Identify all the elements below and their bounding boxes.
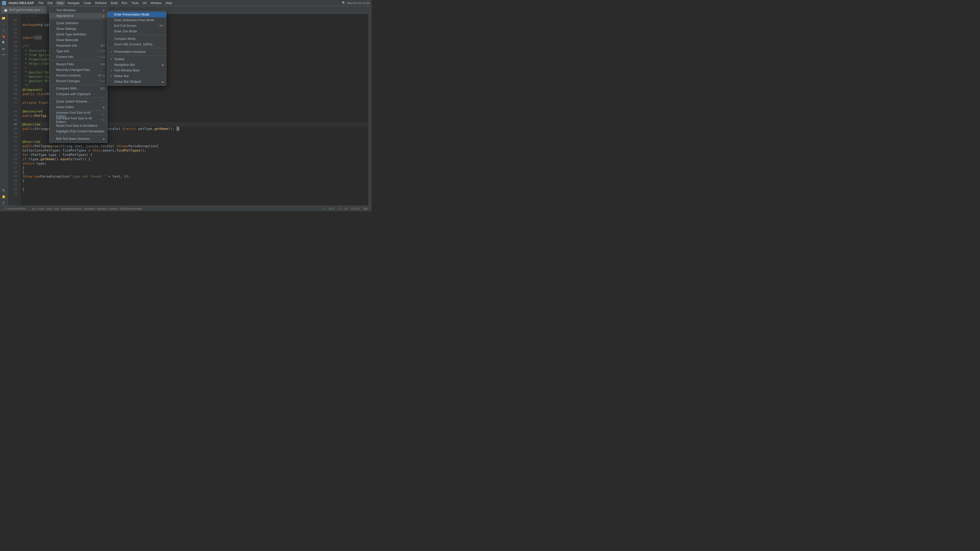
gutter-line: 49 bbox=[8, 131, 19, 135]
menu-item-context-info[interactable]: Context Info ⌃⌥Q bbox=[49, 54, 107, 60]
menu-help[interactable]: Help bbox=[164, 1, 173, 5]
gutter-line bbox=[8, 14, 19, 18]
statusbar-warnings[interactable]: ⚠ bbox=[321, 207, 326, 210]
menu-item-recently-changed-files[interactable]: Recently Changed Files bbox=[49, 67, 107, 73]
statusbar-indent[interactable]: Tab* bbox=[362, 207, 369, 210]
menu-item-compare-with[interactable]: Compare With... ⌘D bbox=[49, 86, 107, 91]
menu-item-compare-clipboard[interactable]: Compare with Clipboard bbox=[49, 91, 107, 97]
menu-separator bbox=[49, 135, 107, 135]
menu-item-quick-switch-scheme[interactable]: Quick Switch Scheme... ⌃` bbox=[49, 99, 107, 104]
gutter-line: 38 bbox=[8, 83, 19, 87]
menu-item-reset-font[interactable]: Reset Font Size in All Editors bbox=[49, 123, 107, 129]
sidebar-icon-notifications[interactable]: 🔔 bbox=[1, 194, 6, 200]
gutter-line: 51 bbox=[8, 140, 19, 144]
menu-item-enter-distraction-free[interactable]: Enter Distraction Free Mode bbox=[107, 17, 166, 23]
menu-item-parameter-info[interactable]: Parameter Info ⌘P bbox=[49, 43, 107, 48]
code-line: throw new ParseException("type not found… bbox=[21, 174, 369, 179]
file-icon: ☕ bbox=[4, 8, 8, 12]
code-line: Collection<PetType> findPetTypes = this.… bbox=[21, 148, 369, 152]
gutter-line: 54 bbox=[8, 152, 19, 157]
statusbar-position[interactable]: 16:1 bbox=[328, 207, 335, 210]
menubar-right: 🔍 Wed 23 Oct 11:54 bbox=[342, 1, 369, 5]
code-line: } bbox=[21, 179, 369, 183]
sidebar-icon-vcs[interactable]: ↓ bbox=[1, 21, 6, 27]
sidebar-icon-folder[interactable]: 📂 bbox=[1, 15, 6, 21]
gutter-line: 56 bbox=[8, 161, 19, 165]
menu-view[interactable]: View bbox=[56, 1, 65, 5]
gutter-line: 17 bbox=[8, 22, 19, 27]
gutter-line: 55 bbox=[8, 157, 19, 161]
sidebar-icon-run[interactable]: ▶ bbox=[1, 46, 6, 52]
statusbar-git-branch[interactable]: ⎇ spring-petclinic bbox=[2, 207, 27, 210]
appearance-menu[interactable]: Enter Presentation Mode Enter Distractio… bbox=[107, 11, 166, 86]
menu-item-zoom-ide[interactable]: Zoom IDE (Current: 100%)... bbox=[107, 41, 166, 47]
menu-item-toolbar[interactable]: ✓ Toolbar bbox=[107, 56, 166, 62]
file-tab[interactable]: ☕ PetTypeFormatter.java ✕ bbox=[1, 6, 46, 13]
menu-separator bbox=[49, 19, 107, 20]
gutter-line: 60 bbox=[8, 179, 19, 183]
menu-item-presentation-assistant[interactable]: ✓ Presentation Assistant bbox=[107, 49, 166, 55]
menu-item-recent-files[interactable]: Recent Files ⌘E bbox=[49, 62, 107, 67]
code-line: } bbox=[21, 170, 369, 174]
statusbar-git-indicator[interactable]: ⎇ bbox=[337, 207, 342, 210]
menu-run[interactable]: Run bbox=[120, 1, 129, 5]
gutter-line: 57 bbox=[8, 165, 19, 170]
menu-refactor[interactable]: Refactor bbox=[94, 1, 108, 5]
menu-item-type-info[interactable]: Type Info ⌃⌥P bbox=[49, 48, 107, 54]
gutter-line: 59 bbox=[8, 174, 19, 179]
menu-item-decrease-font[interactable]: Decrease Font Size in All Editors ⌃⇧, bbox=[49, 118, 107, 123]
menu-item-tool-window-bars[interactable]: ✓ Tool Window Bars bbox=[107, 68, 166, 73]
left-sidebar: 📂 ↓ ≡ 🔖 🔍 ▶ ••• 🔌 🔔 ⚙ bbox=[0, 14, 8, 206]
menu-item-enter-zen[interactable]: Enter Zen Mode bbox=[107, 29, 166, 34]
menu-item-enter-presentation[interactable]: Enter Presentation Mode bbox=[107, 12, 166, 17]
menu-item-appearance[interactable]: Appearance ▶ bbox=[49, 13, 107, 19]
sidebar-icon-plugins[interactable]: 🔌 bbox=[1, 188, 6, 193]
statusbar-encoding[interactable]: UTF-8 bbox=[350, 207, 360, 210]
menu-item-navigation-bar[interactable]: Navigation Bar ▶ bbox=[107, 62, 166, 68]
menu-item-show-bytecode[interactable]: Show Bytecode bbox=[49, 37, 107, 43]
menu-git[interactable]: Git bbox=[141, 1, 148, 5]
gutter-line: 28 bbox=[8, 40, 19, 44]
gutter-line: 26 bbox=[8, 31, 19, 35]
line-numbers-gutter: 16 17 18 26 27 28 29 30 31 32 33 34 35 3… bbox=[8, 14, 21, 206]
menu-navigate[interactable]: Navigate bbox=[66, 1, 81, 5]
menu-code[interactable]: Code bbox=[82, 1, 93, 5]
statusbar-breadcrumb[interactable]: src › main › java › org › springframewor… bbox=[31, 207, 143, 210]
menu-item-exit-fullscreen[interactable]: Exit Full Screen ⌃⌘F bbox=[107, 23, 166, 29]
menu-item-tool-windows[interactable]: Tool Windows ▶ bbox=[49, 7, 107, 13]
statusbar-line-separator[interactable]: LF bbox=[344, 207, 349, 210]
gutter-line: 29 bbox=[8, 44, 19, 48]
menu-item-status-bar[interactable]: ✓ Status Bar bbox=[107, 73, 166, 79]
gutter-line: 36 bbox=[8, 75, 19, 79]
menu-window[interactable]: Window bbox=[149, 1, 163, 5]
menu-item-show-siblings[interactable]: Show Siblings bbox=[49, 26, 107, 32]
menu-edit[interactable]: Edit bbox=[46, 1, 54, 5]
file-tab-label: PetTypeFormatter.java bbox=[9, 8, 40, 12]
menu-item-status-bar-widgets[interactable]: Status Bar Widgets ▶ bbox=[107, 79, 166, 84]
gutter-line: 61 bbox=[8, 183, 19, 187]
right-scrollbar[interactable] bbox=[369, 14, 372, 206]
menu-item-recent-changes[interactable]: Recent Changes ⌃⌥C bbox=[49, 78, 107, 84]
code-line bbox=[21, 192, 369, 196]
menu-item-recent-locations[interactable]: Recent Locations ⌘⇧E bbox=[49, 73, 107, 78]
code-line: public PetType parse(String text, Locale… bbox=[21, 144, 369, 148]
menu-separator bbox=[107, 48, 166, 48]
sidebar-icon-more[interactable]: ••• bbox=[1, 52, 6, 58]
menu-item-quick-type-definition[interactable]: Quick Type Definition bbox=[49, 32, 107, 37]
sidebar-icon-structure[interactable]: ≡ bbox=[1, 27, 6, 33]
menu-item-active-editor[interactable]: Active Editor ▶ bbox=[49, 104, 107, 110]
menu-tools[interactable]: Tools bbox=[130, 1, 140, 5]
menu-file[interactable]: File bbox=[37, 1, 45, 5]
menu-build[interactable]: Build bbox=[109, 1, 119, 5]
view-menu[interactable]: Tool Windows ▶ Appearance ▶ Quick Defini… bbox=[49, 6, 107, 143]
sidebar-icon-bookmarks[interactable]: 🔖 bbox=[1, 34, 6, 39]
menu-item-bidi-text[interactable]: Bidi Text Base Direction ▶ bbox=[49, 136, 107, 141]
sidebar-icon-search[interactable]: 🔍 bbox=[1, 40, 6, 45]
sidebar-icon-settings[interactable]: ⚙ bbox=[1, 200, 6, 206]
tab-close-button[interactable]: ✕ bbox=[41, 9, 44, 11]
menubar: IntelliJ IDEA-EAP File Edit View Navigat… bbox=[0, 0, 372, 6]
menu-item-highlight-current[interactable]: Highlight Only Current Declaration bbox=[49, 129, 107, 134]
menu-item-compact-mode[interactable]: Compact Mode bbox=[107, 36, 166, 41]
gutter-line: 27 bbox=[8, 35, 19, 40]
menu-item-quick-definition[interactable]: Quick Definition ⎵ bbox=[49, 21, 107, 26]
